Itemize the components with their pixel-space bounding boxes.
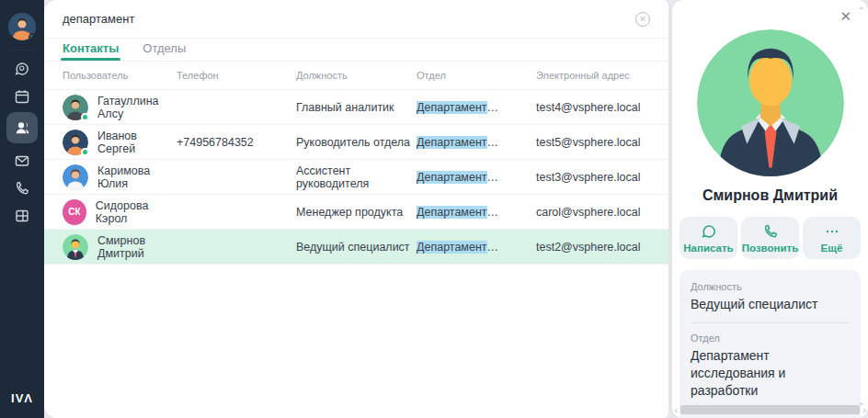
department-cell: Департамент… [417,101,536,114]
ellipsis: … [487,206,499,219]
position-cell: Ассистент руководителя [296,164,417,190]
chat-icon [14,61,30,77]
position-cell: Руководитель отдела [296,136,417,149]
sidebar-item-chats[interactable] [6,55,38,82]
table-row[interactable]: Гатауллина Алсу Главный аналитик Департа… [44,90,668,125]
tab-contacts[interactable]: Контакты [63,39,119,61]
profile-panel: ✕ Смирнов Дмитрий Написать Позвонить [672,0,868,418]
sidebar-item-calls[interactable] [6,175,38,201]
search-match-highlight: Департамент [417,206,487,219]
email-cell: test3@vsphere.local [536,171,668,184]
department-value: Департамент исследования и разработки [691,347,850,400]
tab-departments[interactable]: Отделы [143,39,186,61]
avatar [63,95,88,120]
search-clear-icon[interactable]: ✕ [635,12,650,27]
email-cell: test5@vsphere.local [536,136,668,149]
position-cell: Главный аналитик [296,101,417,114]
avatar [63,234,88,260]
tabs: Контакты Отделы [44,39,668,62]
write-button[interactable]: Написать [680,217,737,259]
avatar [63,164,88,190]
department-cell: Департамент… [417,241,536,254]
profile-actions: Написать Позвонить Ещё [680,217,861,259]
column-header-user: Пользователь [63,70,177,81]
contacts-icon [14,119,31,137]
mail-icon [14,153,30,169]
contact-name: Иванов Сергей [97,130,177,155]
sidebar-divider [10,50,34,51]
online-status-dot [29,33,36,40]
search-match-highlight: Департамент [417,241,487,254]
call-button[interactable]: Позвонить [741,217,799,259]
avatar-initials: СК [63,199,86,225]
more-button[interactable]: Ещё [803,217,861,259]
online-status-dot [81,148,89,156]
department-label: Отдел [691,333,850,344]
search-bar: ✕ [44,0,668,39]
sidebar-item-contacts[interactable] [6,112,38,143]
search-input[interactable] [63,12,635,26]
avatar [63,130,88,155]
ellipsis: … [487,241,499,254]
position-value: Ведущий специалист [691,296,850,313]
email-cell: carol@vsphere.local [536,206,668,219]
scroll-right-arrow[interactable]: › [861,403,868,416]
call-button-label: Позвонить [742,243,799,254]
department-cell: Департамент… [417,171,536,184]
user-cell: СК Сидорова Кэрол [63,199,177,225]
column-header-phone: Телефон [177,70,296,81]
column-header-position: Должность [296,70,417,81]
table-row[interactable]: Каримова Юлия Ассистент руководителя Деп… [44,160,668,195]
profile-details-card: Должность Ведущий специалист Отдел Депар… [680,270,861,418]
iva-logo: IVΛ [11,391,33,405]
phone-icon [14,180,30,197]
ellipsis: … [487,136,499,149]
position-label: Должность [691,281,850,292]
apps-grid-icon [14,208,30,224]
ellipsis: … [487,101,499,114]
sidebar-item-mail[interactable] [6,147,38,174]
horizontal-scrollbar: ‹ › [672,403,868,416]
profile-avatar [697,29,844,176]
email-cell: test2@vsphere.local [536,241,668,254]
scroll-up-arrow[interactable]: ⌃ [858,6,865,16]
search-match-highlight: Департамент [417,171,487,184]
online-status-dot [81,113,89,121]
user-cell: Иванов Сергей [63,130,177,155]
table-row[interactable]: СК Сидорова Кэрол Менеджер продукта Депа… [44,195,668,230]
more-button-label: Ещё [821,243,843,254]
search-match-highlight: Департамент [417,101,487,114]
scroll-left-arrow[interactable]: ‹ [672,403,680,416]
position-cell: Ведущий специалист [296,241,417,254]
search-match-highlight: Департамент [417,136,487,149]
department-cell: Департамент… [417,136,536,149]
close-icon[interactable]: ✕ [839,9,851,23]
user-cell: Гатауллина Алсу [63,95,177,120]
current-user-avatar[interactable] [8,13,36,40]
divider [691,322,850,323]
table-row-selected[interactable]: Смирнов Дмитрий Ведущий специалист Депар… [44,230,668,265]
contact-name: Смирнов Дмитрий [97,234,177,260]
contact-name: Каримова Юлия [97,164,177,190]
sidebar: IVΛ [0,0,44,418]
column-header-department: Отдел [417,70,536,81]
profile-name: Смирнов Дмитрий [672,187,868,204]
phone-cell: +74956784352 [177,136,296,149]
column-header-email: Электронный адрес [536,70,668,81]
sidebar-item-apps[interactable] [6,202,38,229]
sidebar-item-calendar[interactable] [6,83,38,109]
contact-name: Гатауллина Алсу [97,95,177,120]
department-cell: Департамент… [417,206,536,219]
phone-icon [762,223,779,240]
user-cell: Каримова Юлия [63,164,177,190]
more-ellipsis-icon [824,223,840,240]
calendar-icon [14,88,30,105]
write-button-label: Написать [683,243,733,254]
contacts-panel: ✕ Контакты Отделы Пользователь Телефон Д… [44,0,668,418]
table-row[interactable]: Иванов Сергей +74956784352 Руководитель … [44,125,668,160]
position-cell: Менеджер продукта [296,206,417,219]
chat-icon [701,223,717,240]
contact-name: Сидорова Кэрол [96,199,177,225]
scrollbar-thumb[interactable] [680,405,860,414]
table-header: Пользователь Телефон Должность Отдел Эле… [44,62,668,90]
